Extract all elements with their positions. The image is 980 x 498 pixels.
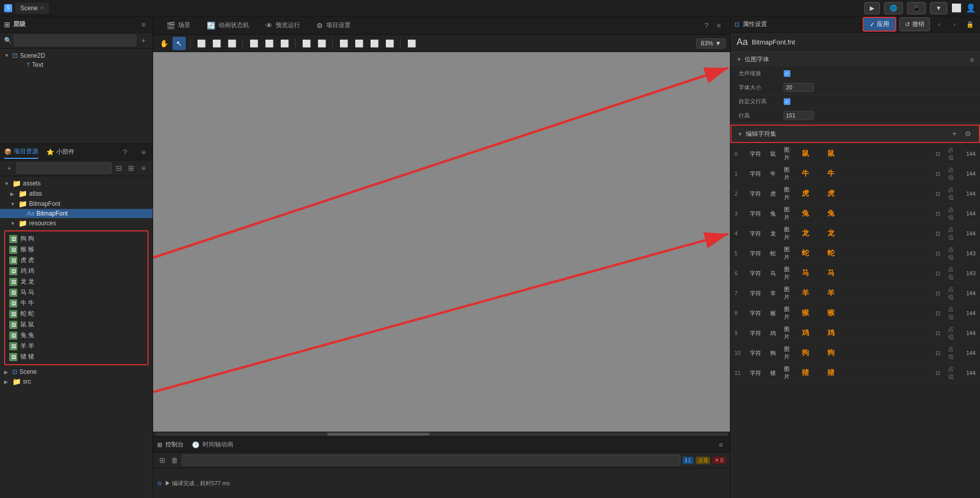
table-row[interactable]: 8 字符 猴 图片 猴 猴 ⊡ 占位 144 [730, 303, 980, 323]
align-bottom-btn[interactable]: ⬜ [278, 37, 291, 50]
tab-project-settings[interactable]: ⚙ 项目设置 [309, 18, 358, 33]
table-row[interactable]: 9 字符 鸡 图片 鸡 鸡 ⊡ 占位 144 [730, 323, 980, 343]
table-row[interactable]: 5 字符 蛇 图片 蛇 蛇 ⊡ 占位 143 [730, 244, 980, 264]
screen-btn[interactable]: ⬜ [405, 37, 418, 50]
lock-icon[interactable]: 🔒 [964, 18, 976, 31]
tree-item-atlas[interactable]: ▶ 📁 atlas [0, 188, 153, 199]
table-row[interactable]: 1 字符 牛 图片 牛 牛 ⊡ 占位 144 [730, 164, 980, 184]
hand-tool-btn[interactable]: ✋ [157, 37, 170, 50]
apply-button[interactable]: ✓ 应用 [863, 17, 896, 32]
resource-tu[interactable]: 🖼 兔 兔 [7, 330, 145, 341]
align-center-btn[interactable]: ⬜ [210, 37, 223, 50]
charset-settings-btn[interactable]: ⚙ [963, 129, 973, 139]
console-search-input[interactable] [182, 455, 680, 466]
resource-ma[interactable]: 🖼 马 马 [7, 287, 145, 298]
hierarchy-menu-btn[interactable]: ≡ [138, 19, 149, 30]
align-left-btn[interactable]: ⬜ [194, 37, 208, 50]
assets-grid-btn[interactable]: ⊞ [126, 163, 136, 173]
mobile-button[interactable]: 📱 [907, 2, 926, 14]
globe-button[interactable]: 🌐 [884, 2, 903, 14]
line-height-input[interactable] [783, 111, 814, 120]
assets-list-btn[interactable]: ≡ [138, 163, 149, 173]
zoom-control[interactable]: 83% ▼ [696, 38, 726, 49]
tab-animation-state[interactable]: 🔄 动画状态机 [200, 18, 256, 33]
align-top-btn[interactable]: ⬜ [247, 37, 260, 50]
entry-preview2: 猴 [823, 303, 932, 323]
charset-add-btn[interactable]: + [949, 129, 960, 139]
dist-v-btn[interactable]: ⬜ [315, 37, 328, 50]
assets-help-btn[interactable]: ? [120, 147, 130, 157]
play-button[interactable]: ▶ [864, 2, 880, 14]
charset-section-wrapper: ▼ 编辑字符集 + ⚙ [730, 125, 980, 143]
hierarchy-search-input[interactable] [14, 35, 136, 46]
nav-back-btn[interactable]: ‹ [933, 18, 945, 31]
console-copy-btn[interactable]: ⊞ [157, 455, 167, 465]
dist-h-btn[interactable]: ⬜ [300, 37, 313, 50]
bitmap-section-menu[interactable]: ≡ [970, 56, 974, 64]
tree-item-text[interactable]: T Text [0, 60, 153, 69]
scrollbar-thumb[interactable] [327, 433, 429, 436]
nav-forward-btn[interactable]: › [948, 18, 961, 31]
viewport-help-btn[interactable]: ? [701, 20, 712, 31]
resource-hu[interactable]: 🖼 虎 虎 [7, 255, 145, 266]
tab-timeline[interactable]: 🕐 时间轴动画 [192, 438, 233, 451]
tree-item-resources[interactable]: ▼ 📁 resources [0, 218, 153, 228]
table-row[interactable]: 7 字符 羊 图片 羊 羊 ⊡ 占位 144 [730, 283, 980, 303]
resource-zhu[interactable]: 🖼 猪 猪 [7, 351, 145, 362]
align-middle-btn[interactable]: ⬜ [262, 37, 276, 50]
anchor-tr-btn[interactable]: ⬜ [352, 37, 365, 50]
resource-ji[interactable]: 🖼 鸡 鸡 [7, 266, 145, 276]
select-tool-btn[interactable]: ↖ [173, 37, 186, 50]
assets-search-input[interactable] [16, 162, 112, 174]
table-row[interactable]: 0 字符 鼠 图片 鼠 鼠 ⊡ 占位 144 [730, 144, 980, 164]
resource-yang[interactable]: 🖼 羊 羊 [7, 341, 145, 351]
anchor-tl-btn[interactable]: ⬜ [337, 37, 350, 50]
cancel-button[interactable]: ↺ 撤销 [899, 17, 930, 31]
tree-item-assets[interactable]: ▼ 📁 assets [0, 178, 153, 188]
align-right-btn[interactable]: ⬜ [225, 37, 238, 50]
allow-scale-checkbox[interactable]: ✓ [783, 70, 791, 77]
hierarchy-add-btn[interactable]: + [138, 35, 149, 45]
font-size-input[interactable] [783, 83, 814, 92]
table-row[interactable]: 3 字符 兔 图片 兔 兔 ⊡ 占位 144 [730, 204, 980, 224]
tree-item-bitmapfont-folder[interactable]: ▼ 📁 BitmapFont [0, 199, 153, 209]
anchor-bl-btn[interactable]: ⬜ [368, 37, 381, 50]
tree-item-src[interactable]: ▶ 📁 src [0, 376, 153, 387]
custom-line-height-checkbox[interactable]: ✓ [783, 98, 791, 105]
scene-tab[interactable]: Scene ✕ [15, 3, 49, 14]
charset-section-header[interactable]: ▼ 编辑字符集 + ⚙ [731, 126, 979, 142]
viewport-scrollbar-h[interactable] [153, 432, 730, 437]
assets-menu-btn[interactable]: ≡ [138, 147, 149, 157]
tab-preview[interactable]: 👁 预览运行 [258, 18, 307, 33]
bitmap-font-section-header[interactable]: ▼ 位图字体 ≡ [730, 52, 980, 67]
resource-niu[interactable]: 🖼 牛 牛 [7, 298, 145, 309]
tab-project-assets[interactable]: 📦 项目资源 [4, 145, 38, 159]
tree-item-scene[interactable]: ▶ ⊡ Scene [0, 367, 153, 376]
tab-widgets[interactable]: ⭐ 小部件 [46, 146, 75, 158]
tab-scene[interactable]: 🎬 场景 [159, 18, 198, 33]
dropdown-button[interactable]: ▼ [930, 2, 947, 14]
entry-preview2: 鸡 [823, 323, 932, 343]
anchor-br-btn[interactable]: ⬜ [383, 37, 396, 50]
tab-console[interactable]: ⊞ 控制台 [157, 438, 184, 451]
scene-tab-close[interactable]: ✕ [40, 5, 44, 11]
resource-long[interactable]: 🖼 龙 龙 [7, 276, 145, 287]
console-clear-btn[interactable]: 🗑 [169, 455, 180, 465]
bottom-menu-btn[interactable]: ≡ [716, 440, 726, 450]
table-row[interactable]: 4 字符 龙 图片 龙 龙 ⊡ 占位 144 [730, 224, 980, 244]
assets-add-btn[interactable]: + [4, 163, 14, 173]
resource-hou[interactable]: 🖼 猴 猴 [7, 244, 145, 255]
assets-filter-btn[interactable]: ⊟ [114, 163, 124, 173]
maximize-icon[interactable]: ⬜ [951, 3, 962, 13]
user-icon[interactable]: 👤 [966, 3, 976, 13]
tree-item-scene2d[interactable]: ▼ ⊡ Scene2D [0, 51, 153, 60]
table-row[interactable]: 10 字符 狗 图片 狗 狗 ⊡ 占位 144 [730, 343, 980, 363]
table-row[interactable]: 6 字符 马 图片 马 马 ⊡ 占位 143 [730, 264, 980, 283]
table-row[interactable]: 11 字符 猪 图片 猪 猪 ⊡ 占位 144 [730, 363, 980, 383]
resource-shu[interactable]: 🖼 鼠 鼠 [7, 319, 145, 330]
resource-she[interactable]: 🖼 蛇 蛇 [7, 309, 145, 319]
viewport-menu-btn[interactable]: ≡ [714, 20, 724, 31]
tree-item-bitmapfont-file[interactable]: Aa BitmapFont [0, 209, 153, 218]
resource-gou[interactable]: 🖼 狗 狗 [7, 233, 145, 244]
table-row[interactable]: 2 字符 虎 图片 虎 虎 ⊡ 占位 144 [730, 184, 980, 204]
